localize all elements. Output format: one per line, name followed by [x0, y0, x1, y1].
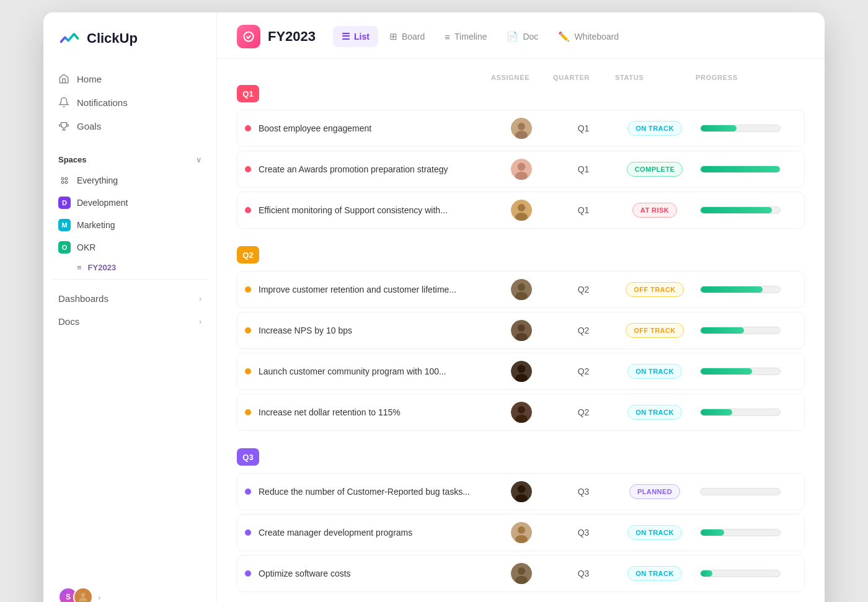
tab-doc[interactable]: 📄 Doc [498, 26, 547, 47]
col-assignee: ASSIGNEE [491, 74, 553, 81]
doc-tab-icon: 📄 [507, 31, 518, 42]
avatar [511, 361, 532, 382]
table-row[interactable]: Create an Awards promotion preparation s… [237, 151, 805, 188]
face-svg [511, 320, 532, 341]
avatar [511, 481, 532, 502]
goal-title-cell: Create manager development programs [245, 528, 490, 538]
spaces-label: Spaces [58, 155, 87, 164]
docs-chevron: › [199, 317, 202, 326]
sidebar-item-everything[interactable]: Everything [51, 169, 209, 192]
status-badge: COMPLETE [627, 162, 683, 177]
marketing-dot: M [58, 219, 71, 231]
sidebar-item-notifications[interactable]: Notifications [51, 91, 209, 114]
status-badge: OFF TRACK [626, 323, 684, 338]
header-tabs: ☰ List ⊞ Board ≡ Timeline 📄 Doc ✏️ Wh [333, 26, 627, 47]
svg-point-22 [518, 365, 526, 373]
sidebar-item-dashboards[interactable]: Dashboards › [51, 287, 209, 310]
avatar [511, 522, 532, 543]
assignee-cell [490, 563, 552, 584]
avatar [511, 563, 532, 584]
table-row[interactable]: Optimize software costs Q3 [237, 555, 805, 592]
tab-board[interactable]: ⊞ Board [381, 26, 433, 47]
table-row[interactable]: Reduce the number of Customer-Reported b… [237, 473, 805, 510]
header-icon-svg [242, 30, 255, 43]
avatar [511, 159, 532, 180]
timeline-tab-icon: ≡ [445, 32, 450, 42]
avatar-user [73, 587, 93, 602]
face-svg [511, 118, 532, 139]
footer-chevron[interactable]: › [98, 593, 100, 602]
sidebar-item-marketing[interactable]: M Marketing [51, 214, 209, 236]
logo-text: ClickUp [87, 30, 138, 46]
logo[interactable]: ClickUp [43, 27, 216, 67]
tab-whiteboard[interactable]: ✏️ Whiteboard [549, 26, 627, 47]
spaces-header[interactable]: Spaces ∨ [51, 150, 209, 169]
header-title-area: FY2023 [237, 25, 316, 48]
table-row[interactable]: Create manager development programs Q [237, 514, 805, 551]
status-badge: OFF TRACK [626, 282, 684, 297]
sidebar-bottom: Dashboards › Docs › [43, 287, 216, 333]
progress-bar [700, 166, 781, 173]
face-svg [511, 402, 532, 423]
q3-badge: Q3 [237, 448, 259, 466]
status-cell: ON TRACK [614, 405, 695, 420]
quarter-cell: Q2 [552, 325, 614, 335]
progress-bar [700, 286, 781, 293]
sidebar-footer: S › [43, 580, 216, 602]
table-row[interactable]: Boost employee engagement Q1 [237, 110, 805, 147]
status-badge: ON TRACK [627, 566, 682, 581]
quarter-cell: Q2 [552, 366, 614, 376]
svg-point-5 [244, 32, 254, 42]
table-row[interactable]: Increase NPS by 10 bps Q2 [237, 312, 805, 349]
progress-bar [700, 368, 781, 375]
sidebar-item-docs[interactable]: Docs › [51, 310, 209, 333]
status-cell: ON TRACK [614, 566, 695, 581]
progress-cell [695, 529, 794, 536]
goal-title: Create manager development programs [259, 528, 412, 538]
progress-fill [701, 529, 724, 536]
progress-fill [701, 286, 763, 293]
main-content: FY2023 ☰ List ⊞ Board ≡ Timeline 📄 Doc [217, 12, 825, 602]
table-row[interactable]: Efficient monitoring of Support consiste… [237, 192, 805, 229]
quarter-cell: Q3 [552, 487, 614, 497]
board-tab-label: Board [402, 32, 425, 42]
progress-cell [695, 206, 794, 214]
svg-point-1 [65, 177, 68, 180]
tab-list[interactable]: ☰ List [333, 26, 378, 47]
sidebar-subitem-fy2023[interactable]: ≡ FY2023 [51, 259, 209, 277]
assignee-cell [490, 200, 552, 221]
goal-title-cell: Increase NPS by 10 bps [245, 325, 490, 335]
status-badge: ON TRACK [627, 121, 682, 136]
progress-bar [700, 529, 781, 536]
avatar [511, 320, 532, 341]
svg-point-19 [518, 324, 525, 332]
goal-title: Reduce the number of Customer-Reported b… [259, 487, 470, 497]
app-window: ClickUp Home Notifications [43, 12, 825, 602]
trophy-icon [58, 120, 69, 131]
list-icon-small: ≡ [77, 263, 82, 272]
sidebar-item-development[interactable]: D Development [51, 192, 209, 214]
spaces-chevron: ∨ [196, 156, 202, 164]
list-tab-label: List [354, 32, 370, 42]
status-badge: PLANNED [629, 484, 680, 499]
q1-section: Q1 Boost employee engagement [237, 85, 805, 229]
progress-bar [700, 570, 781, 577]
status-cell: PLANNED [614, 484, 695, 499]
face-svg [511, 481, 532, 502]
sidebar-item-okr[interactable]: O OKR [51, 236, 209, 259]
user-face-icon [77, 591, 89, 602]
goal-bullet [245, 166, 251, 172]
sidebar-item-goals[interactable]: Goals [51, 114, 209, 138]
quarter-cell: Q3 [552, 528, 614, 538]
tab-timeline[interactable]: ≡ Timeline [436, 27, 495, 47]
table-row[interactable]: Launch customer community program with 1… [237, 353, 805, 390]
svg-point-31 [518, 526, 525, 534]
goal-bullet [245, 286, 251, 293]
progress-fill [701, 207, 772, 213]
table-row[interactable]: Increase net dollar retention to 115% [237, 394, 805, 431]
goal-title-cell: Optimize software costs [245, 569, 490, 578]
table-row[interactable]: Improve customer retention and customer … [237, 271, 805, 308]
user-avatars[interactable]: S [58, 587, 93, 602]
sidebar-item-home[interactable]: Home [51, 67, 209, 91]
svg-point-0 [61, 177, 64, 180]
